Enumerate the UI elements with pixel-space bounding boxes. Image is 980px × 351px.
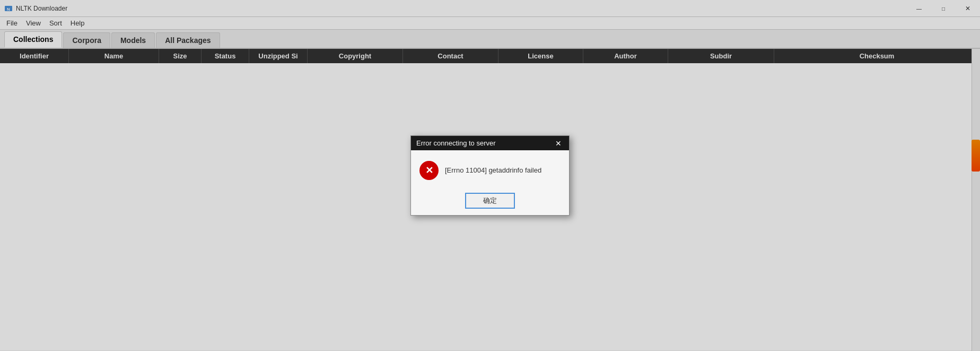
modal-body: ✕ [Errno 11004] getaddrinfo failed bbox=[411, 150, 569, 189]
modal-title: Error connecting to server bbox=[416, 139, 496, 147]
modal-message: [Errno 11004] getaddrinfo failed bbox=[445, 166, 541, 175]
modal-close-button[interactable]: ✕ bbox=[553, 140, 564, 147]
modal-overlay: Error connecting to server ✕ ✕ [Errno 11… bbox=[0, 0, 980, 351]
error-icon: ✕ bbox=[419, 161, 439, 180]
modal-footer: 确定 bbox=[411, 189, 569, 215]
modal-titlebar: Error connecting to server ✕ bbox=[411, 136, 569, 150]
error-modal: Error connecting to server ✕ ✕ [Errno 11… bbox=[410, 135, 570, 216]
modal-ok-button[interactable]: 确定 bbox=[465, 193, 515, 209]
